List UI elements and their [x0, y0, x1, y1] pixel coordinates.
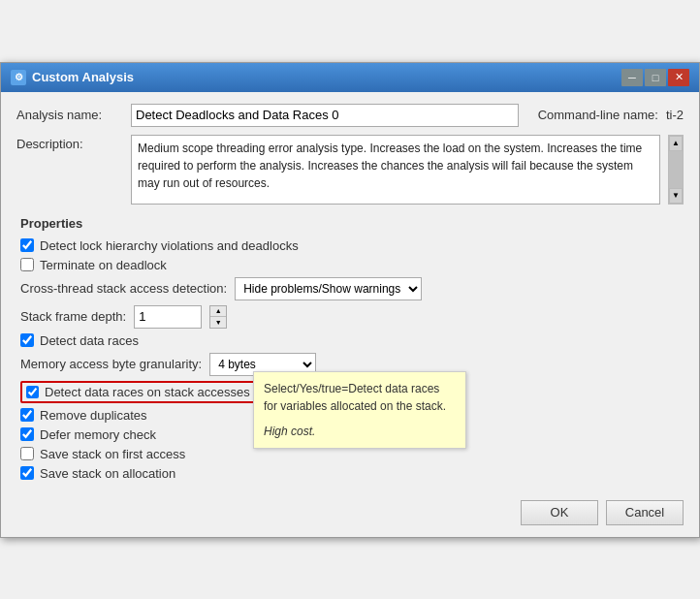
remove-duplicates-checkbox[interactable] [20, 408, 34, 422]
description-label: Description: [16, 135, 123, 151]
detect-lock-hierarchy-label: Detect lock hierarchy violations and dea… [40, 238, 299, 253]
maximize-button[interactable]: □ [645, 69, 666, 86]
ok-button[interactable]: OK [521, 500, 598, 525]
stack-accesses-row: Detect data races on stack accesses [20, 381, 256, 403]
minimize-button[interactable]: ─ [621, 69, 643, 86]
analysis-name-label: Analysis name: [16, 108, 123, 122]
detect-stack-accesses-checkbox[interactable] [26, 386, 39, 398]
dialog-title: Custom Analysis [32, 70, 134, 84]
tooltip-text: Select/Yes/true=Detect data races for va… [264, 382, 446, 413]
detect-data-races-checkbox[interactable] [20, 333, 34, 347]
checkbox-row-2: Terminate on deadlock [20, 258, 684, 272]
close-button[interactable]: ✕ [668, 69, 689, 86]
title-bar-left: ⚙ Custom Analysis [11, 70, 134, 85]
stack-frame-row: Stack frame depth: ▲ ▼ [20, 305, 684, 329]
tooltip-high-cost: High cost. [264, 423, 456, 440]
scroll-down-arrow[interactable]: ▼ [669, 188, 683, 204]
stack-frame-down-button[interactable]: ▼ [210, 317, 226, 328]
description-text: Medium scope threading error analysis ty… [131, 135, 660, 205]
cmd-value: ti-2 [666, 108, 684, 122]
cross-thread-label: Cross-thread stack access detection: [20, 281, 227, 296]
cross-thread-row: Cross-thread stack access detection: Hid… [20, 277, 684, 300]
description-row: Description: Medium scope threading erro… [16, 135, 684, 205]
cancel-button[interactable]: Cancel [606, 500, 684, 525]
terminate-on-deadlock-checkbox[interactable] [20, 258, 34, 271]
stack-frame-input[interactable] [134, 305, 202, 329]
save-stack-allocation-row: Save stack on allocation [20, 466, 684, 481]
defer-memory-check-checkbox[interactable] [20, 427, 34, 441]
save-stack-allocation-checkbox[interactable] [20, 466, 34, 480]
stack-frame-up-button[interactable]: ▲ [210, 306, 226, 317]
detect-data-races-row: Detect data races [20, 333, 684, 348]
checkbox-row-1: Detect lock hierarchy violations and dea… [20, 238, 684, 253]
stack-accesses-tooltip: Select/Yes/true=Detect data races for va… [253, 371, 466, 449]
dialog-icon: ⚙ [11, 70, 26, 85]
cross-thread-select[interactable]: Hide problems/Show warnings Show problem… [235, 277, 422, 300]
properties-header: Properties [20, 216, 684, 231]
button-row: OK Cancel [1, 492, 699, 537]
analysis-name-row: Analysis name: Command-line name: ti-2 [16, 104, 684, 127]
defer-memory-check-label: Defer memory check [40, 427, 156, 442]
description-scrollbar: ▲ ▼ [668, 135, 684, 205]
detect-lock-hierarchy-checkbox[interactable] [20, 238, 34, 252]
save-stack-allocation-label: Save stack on allocation [40, 466, 175, 481]
properties-section: Properties Detect lock hierarchy violati… [16, 212, 684, 481]
detect-data-races-label: Detect data races [40, 333, 139, 348]
custom-analysis-dialog: ⚙ Custom Analysis ─ □ ✕ Analysis name: C… [0, 62, 700, 538]
save-stack-first-access-checkbox[interactable] [20, 447, 34, 460]
scroll-thumb [669, 151, 683, 188]
stack-accesses-container: Detect data races on stack accesses Sele… [20, 381, 256, 403]
stack-frame-label: Stack frame depth: [20, 309, 126, 324]
save-stack-first-access-label: Save stack on first access [40, 447, 185, 461]
memory-granularity-label: Memory access byte granularity: [20, 357, 202, 371]
title-bar: ⚙ Custom Analysis ─ □ ✕ [1, 63, 699, 92]
title-bar-controls: ─ □ ✕ [621, 69, 689, 86]
save-stack-first-access-row: Save stack on first access [20, 447, 684, 461]
terminate-on-deadlock-label: Terminate on deadlock [40, 258, 167, 272]
stack-frame-spinners: ▲ ▼ [209, 305, 227, 329]
detect-stack-accesses-label: Detect data races on stack accesses [45, 385, 250, 399]
dialog-body: Analysis name: Command-line name: ti-2 D… [1, 92, 699, 492]
cmd-label: Command-line name: [538, 108, 658, 122]
analysis-name-input[interactable] [131, 104, 519, 127]
remove-duplicates-label: Remove duplicates [40, 408, 147, 423]
scroll-up-arrow[interactable]: ▲ [669, 136, 683, 151]
